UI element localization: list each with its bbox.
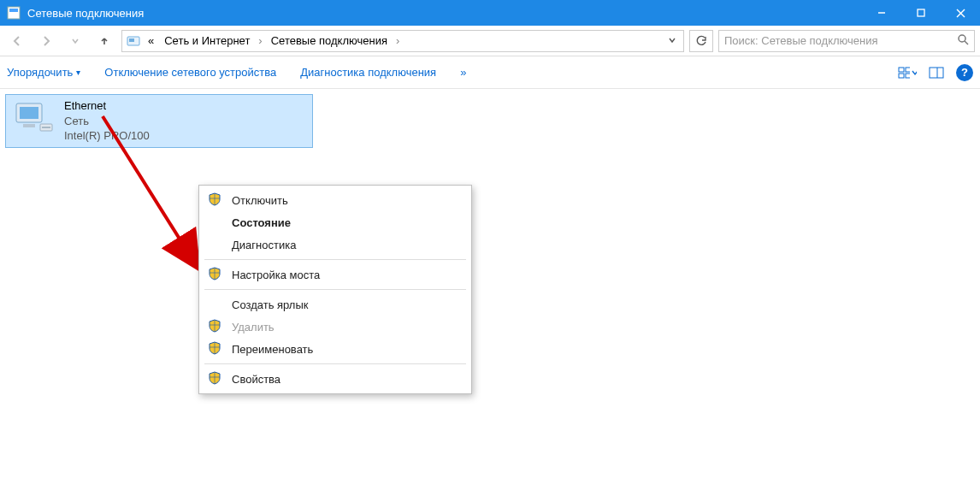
breadcrumb-network[interactable]: Сеть и Интернет (161, 34, 253, 47)
svg-rect-18 (23, 124, 35, 127)
ctx-disable-label: Отключить (232, 194, 288, 207)
svg-rect-7 (129, 38, 134, 42)
address-row: « Сеть и Интернет › Сетевые подключения … (0, 26, 980, 56)
shield-icon (208, 267, 223, 282)
ctx-bridge[interactable]: Настройка моста (199, 263, 471, 286)
view-mode-button[interactable] (898, 63, 917, 82)
refresh-button[interactable] (689, 30, 713, 52)
search-input[interactable] (724, 34, 953, 47)
search-box[interactable] (718, 30, 975, 52)
svg-rect-11 (906, 68, 910, 72)
svg-rect-3 (918, 9, 924, 16)
svg-rect-10 (899, 68, 904, 72)
ctx-create-shortcut[interactable]: Создать ярлык (199, 293, 471, 316)
ctx-rename[interactable]: Переименовать (199, 338, 471, 360)
address-bar[interactable]: « Сеть и Интернет › Сетевые подключения … (121, 30, 684, 52)
nav-recent-button[interactable] (63, 30, 87, 52)
diagnose-connection-button[interactable]: Диагностика подключения (300, 66, 436, 79)
nav-up-button[interactable] (92, 30, 116, 52)
shield-icon (208, 341, 223, 357)
adapter-icon (11, 98, 56, 136)
breadcrumb-sep-icon: › (394, 34, 401, 47)
diagnose-label: Диагностика подключения (300, 66, 436, 79)
shield-icon (208, 319, 223, 334)
svg-point-8 (959, 35, 965, 42)
ctx-diagnostics[interactable]: Диагностика (199, 233, 471, 256)
ctx-rename-label: Переименовать (232, 343, 313, 356)
svg-rect-1 (9, 9, 18, 12)
overflow-label: » (460, 66, 466, 79)
svg-rect-17 (20, 107, 38, 119)
disable-device-label: Отключение сетевого устройства (104, 66, 276, 79)
ctx-status[interactable]: Состояние (199, 211, 471, 233)
ctx-bridge-label: Настройка моста (232, 269, 320, 281)
content-area: Ethernet Сеть Intel(R) PRO/100 Отключить… (0, 89, 980, 153)
svg-line-9 (965, 41, 968, 44)
titlebar: Сетевые подключения (0, 0, 980, 26)
disable-device-button[interactable]: Отключение сетевого устройства (104, 66, 276, 79)
breadcrumb-connections[interactable]: Сетевые подключения (268, 34, 391, 47)
blank-icon (208, 237, 223, 252)
ctx-separator (204, 289, 466, 290)
organize-label: Упорядочить (7, 66, 73, 79)
ctx-props-label: Свойства (232, 373, 280, 386)
search-icon (957, 33, 969, 48)
svg-rect-12 (899, 74, 904, 78)
toolbar-overflow-button[interactable]: » (460, 66, 466, 79)
adapter-status: Сеть (64, 114, 150, 129)
view-controls: ? (898, 63, 973, 82)
network-adapter-item[interactable]: Ethernet Сеть Intel(R) PRO/100 (5, 94, 313, 148)
command-toolbar: Упорядочить ▾ Отключение сетевого устрой… (0, 56, 980, 89)
ctx-delete[interactable]: Удалить (199, 316, 471, 338)
nav-back-button[interactable] (5, 30, 29, 52)
ctx-status-label: Состояние (232, 216, 291, 229)
ctx-disable[interactable]: Отключить (199, 189, 471, 211)
shield-icon (208, 371, 223, 387)
ctx-properties[interactable]: Свойства (199, 368, 471, 390)
shield-icon (208, 192, 223, 208)
blank-icon (208, 215, 223, 230)
svg-rect-13 (906, 74, 910, 78)
close-button[interactable] (941, 0, 980, 26)
blank-icon (208, 297, 223, 312)
maximize-button[interactable] (901, 0, 941, 26)
preview-pane-button[interactable] (927, 63, 946, 82)
window-controls (862, 0, 980, 26)
location-icon (126, 33, 141, 49)
ctx-shortcut-label: Создать ярлык (232, 298, 308, 311)
adapter-name: Ethernet (64, 98, 150, 114)
ctx-delete-label: Удалить (232, 321, 275, 334)
chevron-down-icon: ▾ (76, 68, 80, 77)
context-menu: Отключить Состояние Диагностика Настройк… (198, 185, 472, 394)
nav-forward-button[interactable] (34, 30, 58, 52)
window-title: Сетевые подключения (27, 7, 862, 20)
organize-menu[interactable]: Упорядочить ▾ (7, 66, 80, 79)
breadcrumb-sep-icon: › (257, 34, 263, 47)
ctx-diag-label: Диагностика (232, 239, 296, 251)
breadcrumb-prefix: « (145, 34, 157, 47)
adapter-device: Intel(R) PRO/100 (64, 128, 150, 144)
ctx-separator (204, 259, 466, 260)
help-button[interactable]: ? (956, 64, 973, 81)
minimize-button[interactable] (862, 0, 901, 26)
window-icon (7, 6, 21, 20)
ctx-separator (204, 363, 466, 364)
svg-rect-14 (930, 68, 943, 78)
address-dropdown-icon[interactable] (664, 34, 680, 47)
